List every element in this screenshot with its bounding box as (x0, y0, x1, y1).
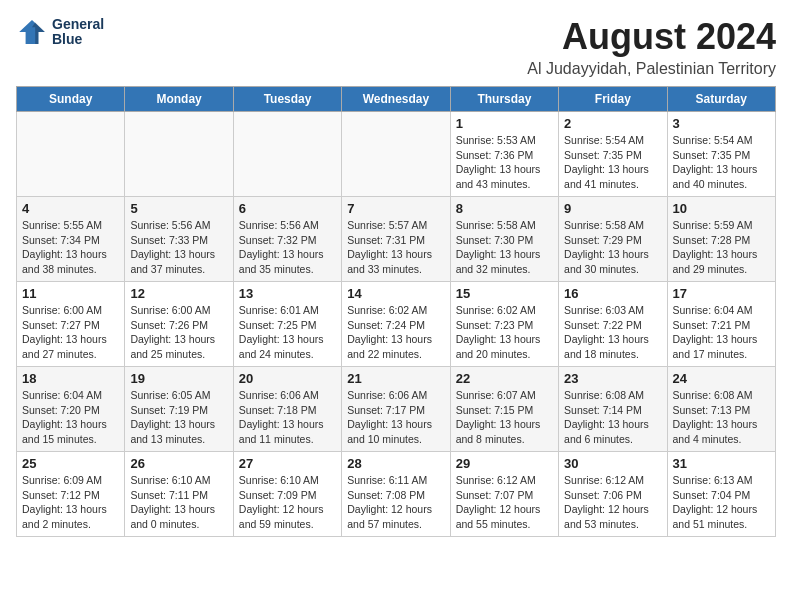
day-number: 27 (239, 456, 336, 471)
day-info: Sunrise: 5:55 AM Sunset: 7:34 PM Dayligh… (22, 218, 119, 277)
day-number: 16 (564, 286, 661, 301)
day-info: Sunrise: 6:09 AM Sunset: 7:12 PM Dayligh… (22, 473, 119, 532)
day-number: 28 (347, 456, 444, 471)
day-info: Sunrise: 6:07 AM Sunset: 7:15 PM Dayligh… (456, 388, 553, 447)
day-info: Sunrise: 6:08 AM Sunset: 7:13 PM Dayligh… (673, 388, 770, 447)
calendar-week-row: 11Sunrise: 6:00 AM Sunset: 7:27 PM Dayli… (17, 282, 776, 367)
day-number: 15 (456, 286, 553, 301)
day-number: 10 (673, 201, 770, 216)
calendar-day-cell (342, 112, 450, 197)
day-number: 2 (564, 116, 661, 131)
title-section: August 2024 Al Judayyidah, Palestinian T… (527, 16, 776, 78)
weekday-header-row: SundayMondayTuesdayWednesdayThursdayFrid… (17, 87, 776, 112)
day-info: Sunrise: 5:56 AM Sunset: 7:33 PM Dayligh… (130, 218, 227, 277)
day-info: Sunrise: 6:04 AM Sunset: 7:21 PM Dayligh… (673, 303, 770, 362)
day-number: 17 (673, 286, 770, 301)
calendar-week-row: 4Sunrise: 5:55 AM Sunset: 7:34 PM Daylig… (17, 197, 776, 282)
weekday-header-cell: Wednesday (342, 87, 450, 112)
day-info: Sunrise: 6:13 AM Sunset: 7:04 PM Dayligh… (673, 473, 770, 532)
day-info: Sunrise: 6:10 AM Sunset: 7:11 PM Dayligh… (130, 473, 227, 532)
day-info: Sunrise: 6:02 AM Sunset: 7:23 PM Dayligh… (456, 303, 553, 362)
calendar-day-cell: 15Sunrise: 6:02 AM Sunset: 7:23 PM Dayli… (450, 282, 558, 367)
day-info: Sunrise: 5:57 AM Sunset: 7:31 PM Dayligh… (347, 218, 444, 277)
weekday-header-cell: Monday (125, 87, 233, 112)
weekday-header-cell: Friday (559, 87, 667, 112)
day-number: 11 (22, 286, 119, 301)
day-number: 5 (130, 201, 227, 216)
day-number: 6 (239, 201, 336, 216)
weekday-header-cell: Sunday (17, 87, 125, 112)
calendar-day-cell: 12Sunrise: 6:00 AM Sunset: 7:26 PM Dayli… (125, 282, 233, 367)
day-info: Sunrise: 6:11 AM Sunset: 7:08 PM Dayligh… (347, 473, 444, 532)
calendar-table: SundayMondayTuesdayWednesdayThursdayFrid… (16, 86, 776, 537)
calendar-day-cell: 23Sunrise: 6:08 AM Sunset: 7:14 PM Dayli… (559, 367, 667, 452)
calendar-day-cell: 5Sunrise: 5:56 AM Sunset: 7:33 PM Daylig… (125, 197, 233, 282)
day-number: 12 (130, 286, 227, 301)
day-info: Sunrise: 6:01 AM Sunset: 7:25 PM Dayligh… (239, 303, 336, 362)
calendar-body: 1Sunrise: 5:53 AM Sunset: 7:36 PM Daylig… (17, 112, 776, 537)
logo-line2: Blue (52, 32, 104, 47)
calendar-day-cell: 26Sunrise: 6:10 AM Sunset: 7:11 PM Dayli… (125, 452, 233, 537)
calendar-day-cell: 25Sunrise: 6:09 AM Sunset: 7:12 PM Dayli… (17, 452, 125, 537)
day-info: Sunrise: 6:12 AM Sunset: 7:06 PM Dayligh… (564, 473, 661, 532)
calendar-day-cell: 21Sunrise: 6:06 AM Sunset: 7:17 PM Dayli… (342, 367, 450, 452)
day-info: Sunrise: 5:59 AM Sunset: 7:28 PM Dayligh… (673, 218, 770, 277)
day-number: 25 (22, 456, 119, 471)
day-number: 9 (564, 201, 661, 216)
day-number: 23 (564, 371, 661, 386)
day-number: 20 (239, 371, 336, 386)
day-info: Sunrise: 5:54 AM Sunset: 7:35 PM Dayligh… (564, 133, 661, 192)
day-number: 14 (347, 286, 444, 301)
calendar-day-cell: 6Sunrise: 5:56 AM Sunset: 7:32 PM Daylig… (233, 197, 341, 282)
calendar-day-cell: 24Sunrise: 6:08 AM Sunset: 7:13 PM Dayli… (667, 367, 775, 452)
day-number: 30 (564, 456, 661, 471)
calendar-day-cell (125, 112, 233, 197)
calendar-day-cell: 4Sunrise: 5:55 AM Sunset: 7:34 PM Daylig… (17, 197, 125, 282)
day-number: 31 (673, 456, 770, 471)
calendar-day-cell: 30Sunrise: 6:12 AM Sunset: 7:06 PM Dayli… (559, 452, 667, 537)
logo-line1: General (52, 17, 104, 32)
day-info: Sunrise: 5:53 AM Sunset: 7:36 PM Dayligh… (456, 133, 553, 192)
day-number: 26 (130, 456, 227, 471)
weekday-header-cell: Tuesday (233, 87, 341, 112)
calendar-day-cell: 1Sunrise: 5:53 AM Sunset: 7:36 PM Daylig… (450, 112, 558, 197)
day-number: 3 (673, 116, 770, 131)
day-info: Sunrise: 6:06 AM Sunset: 7:17 PM Dayligh… (347, 388, 444, 447)
subtitle: Al Judayyidah, Palestinian Territory (527, 60, 776, 78)
logo: General Blue (16, 16, 104, 48)
day-info: Sunrise: 6:04 AM Sunset: 7:20 PM Dayligh… (22, 388, 119, 447)
calendar-day-cell: 18Sunrise: 6:04 AM Sunset: 7:20 PM Dayli… (17, 367, 125, 452)
day-info: Sunrise: 6:00 AM Sunset: 7:27 PM Dayligh… (22, 303, 119, 362)
calendar-day-cell: 20Sunrise: 6:06 AM Sunset: 7:18 PM Dayli… (233, 367, 341, 452)
calendar-day-cell: 19Sunrise: 6:05 AM Sunset: 7:19 PM Dayli… (125, 367, 233, 452)
logo-icon (16, 16, 48, 48)
day-number: 29 (456, 456, 553, 471)
calendar-day-cell: 2Sunrise: 5:54 AM Sunset: 7:35 PM Daylig… (559, 112, 667, 197)
weekday-header-cell: Saturday (667, 87, 775, 112)
calendar-day-cell: 22Sunrise: 6:07 AM Sunset: 7:15 PM Dayli… (450, 367, 558, 452)
calendar-day-cell: 31Sunrise: 6:13 AM Sunset: 7:04 PM Dayli… (667, 452, 775, 537)
day-info: Sunrise: 5:58 AM Sunset: 7:30 PM Dayligh… (456, 218, 553, 277)
weekday-header-cell: Thursday (450, 87, 558, 112)
calendar-day-cell: 11Sunrise: 6:00 AM Sunset: 7:27 PM Dayli… (17, 282, 125, 367)
day-info: Sunrise: 5:56 AM Sunset: 7:32 PM Dayligh… (239, 218, 336, 277)
day-info: Sunrise: 6:06 AM Sunset: 7:18 PM Dayligh… (239, 388, 336, 447)
day-number: 19 (130, 371, 227, 386)
day-number: 4 (22, 201, 119, 216)
day-info: Sunrise: 6:00 AM Sunset: 7:26 PM Dayligh… (130, 303, 227, 362)
calendar-day-cell: 17Sunrise: 6:04 AM Sunset: 7:21 PM Dayli… (667, 282, 775, 367)
calendar-day-cell: 7Sunrise: 5:57 AM Sunset: 7:31 PM Daylig… (342, 197, 450, 282)
calendar-week-row: 25Sunrise: 6:09 AM Sunset: 7:12 PM Dayli… (17, 452, 776, 537)
day-info: Sunrise: 6:02 AM Sunset: 7:24 PM Dayligh… (347, 303, 444, 362)
calendar-day-cell (17, 112, 125, 197)
day-number: 18 (22, 371, 119, 386)
calendar-week-row: 18Sunrise: 6:04 AM Sunset: 7:20 PM Dayli… (17, 367, 776, 452)
day-number: 13 (239, 286, 336, 301)
day-info: Sunrise: 5:54 AM Sunset: 7:35 PM Dayligh… (673, 133, 770, 192)
calendar-day-cell (233, 112, 341, 197)
day-number: 22 (456, 371, 553, 386)
day-info: Sunrise: 6:08 AM Sunset: 7:14 PM Dayligh… (564, 388, 661, 447)
calendar-day-cell: 10Sunrise: 5:59 AM Sunset: 7:28 PM Dayli… (667, 197, 775, 282)
calendar-day-cell: 3Sunrise: 5:54 AM Sunset: 7:35 PM Daylig… (667, 112, 775, 197)
day-number: 21 (347, 371, 444, 386)
